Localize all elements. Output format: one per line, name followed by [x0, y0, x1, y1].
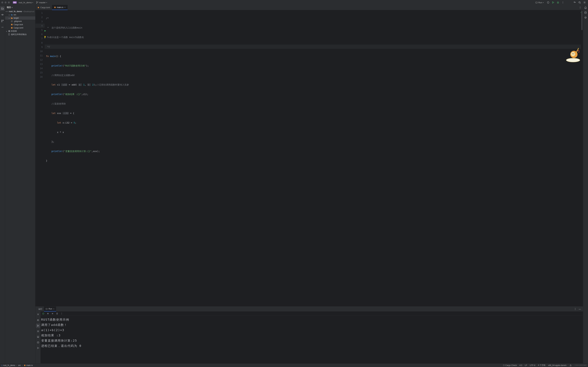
- trash-icon[interactable]: [56, 312, 59, 315]
- hide-panel-icon[interactable]: —: [578, 308, 581, 310]
- rerun-left-icon[interactable]: [36, 318, 40, 322]
- code: 5: [74, 121, 75, 124]
- collab-icon[interactable]: [573, 1, 576, 4]
- tab-more-icon[interactable]: [579, 6, 582, 9]
- build-icon[interactable]: [547, 1, 550, 4]
- file-icon: [11, 20, 13, 22]
- breadcrumb-src[interactable]: src: [18, 364, 21, 367]
- run-panel-more-icon[interactable]: [574, 308, 577, 310]
- rust-file-icon: [11, 27, 13, 29]
- tree-folder-src[interactable]: ▸ src: [5, 13, 35, 17]
- ide-badge: RD: [13, 1, 17, 4]
- collapse-arrow-icon: ▸: [8, 14, 10, 16]
- code: "变量直接调用块计算:{}": [64, 150, 92, 152]
- maximize-window-button[interactable]: [8, 1, 10, 3]
- svg-rect-21: [9, 31, 9, 32]
- chevron-down-icon: ▾: [12, 7, 12, 8]
- notifications-icon[interactable]: [584, 6, 587, 9]
- more-tool-icon[interactable]: [0, 25, 5, 30]
- structure-tool-icon[interactable]: [0, 19, 5, 23]
- status-lock-icon[interactable]: [569, 364, 572, 367]
- soft-wrap-icon[interactable]: [36, 329, 40, 334]
- console-output[interactable]: RUST函数使用示例 调用了add函数！ a(1)+b(2)=3 相加结果 :3…: [41, 316, 583, 363]
- code-lines[interactable]: /* * 这个是程序的入口点函数main 💡fn表示这是一个函数 main为函数…: [45, 10, 581, 306]
- vcs-branch-dropdown[interactable]: master ▾: [35, 1, 48, 4]
- library-icon: [8, 30, 10, 32]
- run-tab-label[interactable]: 运行: [37, 307, 44, 311]
- tree-folder-target[interactable]: ▸ target: [5, 17, 35, 20]
- svg-rect-20: [11, 27, 13, 29]
- chevron-down-icon: ▾: [46, 2, 47, 3]
- status-cargo-check[interactable]: Cargo Check: [503, 364, 517, 367]
- svg-point-7: [563, 3, 563, 3]
- vcs-local-icon[interactable]: [36, 346, 40, 350]
- code: x * x: [57, 131, 64, 133]
- run-icon[interactable]: [552, 1, 554, 4]
- right-toolbar: [583, 5, 588, 363]
- tree-src-label: src: [14, 14, 16, 16]
- tree-scratches[interactable]: 临时文件和控制台: [5, 33, 35, 36]
- status-indent[interactable]: 4 个空格: [538, 364, 545, 367]
- code: fn表示这是一个函数 main为函数名: [47, 36, 84, 39]
- close-window-button[interactable]: [1, 1, 3, 3]
- status-target[interactable]: x86_64-apple-darwin: [548, 364, 567, 367]
- svg-point-45: [38, 348, 39, 348]
- tree-file-cargo-toml[interactable]: Cargo.toml: [5, 26, 35, 30]
- toolbar-more-icon[interactable]: [60, 312, 63, 315]
- debug-icon[interactable]: [556, 1, 560, 4]
- tab-main-rs[interactable]: main.rs ×: [52, 5, 68, 10]
- status-line-ending[interactable]: LF: [525, 364, 527, 367]
- tree-file-gitignore[interactable]: .gitignore: [5, 20, 35, 23]
- chevron-right-icon: ›: [21, 364, 23, 367]
- more-actions-icon[interactable]: [562, 1, 564, 4]
- tree-external-libs[interactable]: ▸ 外部库: [5, 30, 35, 33]
- breadcrumb-file[interactable]: main.rs: [26, 364, 33, 367]
- filter-text-icon[interactable]: [36, 312, 40, 317]
- tree-file-cargo-lock[interactable]: Cargo.lock: [5, 23, 35, 26]
- run-config-tab[interactable]: Run ×: [44, 307, 56, 311]
- status-line-col[interactable]: 4:3: [519, 364, 522, 367]
- search-icon[interactable]: [578, 1, 581, 4]
- gutter-n: 4: [35, 24, 45, 28]
- run-main-gutter-icon[interactable]: ▶: [45, 28, 46, 33]
- scroll-end-icon[interactable]: [36, 335, 40, 339]
- run-config-dropdown[interactable]: Run ▾: [534, 1, 545, 4]
- code: c1: [57, 83, 60, 86]
- svg-rect-12: [1, 20, 2, 21]
- close-tab-icon[interactable]: ×: [53, 308, 54, 310]
- close-tab-icon[interactable]: ×: [64, 6, 66, 8]
- gutter-n: 7: [35, 36, 45, 41]
- breadcrumb-project[interactable]: rust_fn_demo: [3, 364, 15, 367]
- gutter-n: 15: [35, 70, 45, 75]
- editor-scrollbar[interactable]: ✓: [581, 10, 583, 306]
- commit-tool-icon[interactable]: [0, 12, 5, 17]
- branch-name: master: [39, 1, 46, 4]
- project-header[interactable]: 项目 ▾: [5, 5, 35, 10]
- svg-rect-23: [10, 31, 10, 32]
- stop-icon[interactable]: [46, 312, 49, 315]
- layout-icon[interactable]: [51, 312, 54, 315]
- code-editor[interactable]: 1 2 3 4 5 ▶ 6 7 8 9 10 11 12 13 14 15 16: [35, 10, 583, 306]
- svg-point-54: [24, 365, 26, 366]
- code: =: [67, 83, 71, 86]
- scrollbar-thumb[interactable]: [581, 10, 583, 30]
- project-dropdown[interactable]: rust_fn_demo ▾: [18, 1, 34, 4]
- code: *: [46, 26, 52, 29]
- code: ;: [75, 121, 76, 124]
- database-icon[interactable]: [584, 11, 587, 14]
- status-encoding[interactable]: UTF-8: [530, 364, 535, 367]
- tree-scratch-label: 临时文件和控制台: [11, 33, 27, 36]
- ai-assistant-icon[interactable]: [584, 16, 587, 19]
- tab-cargo-toml[interactable]: Cargo.toml: [35, 5, 52, 10]
- problems-icon[interactable]: [36, 340, 40, 345]
- run-out-icon[interactable]: [36, 324, 40, 328]
- rust-file-icon: [37, 7, 39, 8]
- tree-root[interactable]: ▾ rust_fn_demo ~/Desktop/rust: [5, 10, 35, 13]
- rerun-icon[interactable]: [42, 312, 45, 315]
- svg-point-38: [575, 309, 575, 309]
- svg-point-10: [584, 2, 585, 3]
- intention-bulb-icon[interactable]: 💡: [45, 36, 47, 39]
- settings-icon[interactable]: [583, 1, 586, 4]
- project-tool-icon[interactable]: [0, 6, 5, 11]
- minimize-window-button[interactable]: [5, 1, 7, 3]
